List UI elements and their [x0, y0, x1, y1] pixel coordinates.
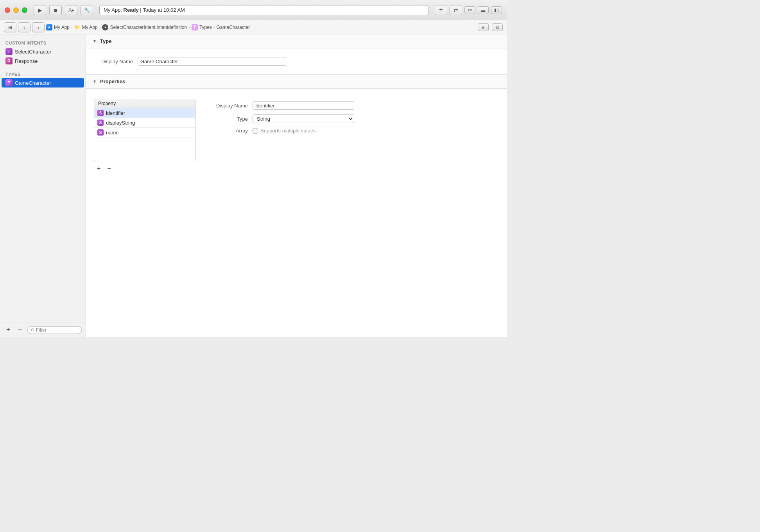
display-name-row: Display Name [86, 55, 507, 68]
breadcrumb-sep-2: › [99, 25, 101, 30]
breadcrumb-intentdefinition[interactable]: ● SelectCharacterIntent.intentdefinition [102, 24, 187, 30]
array-checkbox-label: Supports multiple values [260, 128, 316, 134]
type-section: Display Name [86, 48, 507, 75]
displaystring-badge: S [97, 120, 104, 126]
breadcrumb-myapp-2[interactable]: 📁 My App [74, 24, 98, 30]
toolbar-right: + ⇄ ▭ ▬ ▮▯ [435, 5, 502, 15]
add-property-button[interactable]: + [95, 164, 103, 173]
breadcrumb-types[interactable]: T Types [192, 24, 212, 30]
app-name-label: My App [104, 7, 120, 13]
table-actions: + − [94, 164, 195, 173]
properties-layout: Property S identifier S displayString S … [86, 95, 507, 177]
properties-section: Property S identifier S displayString S … [86, 89, 507, 183]
back-button[interactable]: ‹ [18, 22, 30, 32]
table-row-displaystring[interactable]: S displayString [94, 118, 195, 128]
table-row-name[interactable]: S name [94, 128, 195, 137]
detail-type-row: Type String [205, 112, 499, 125]
detail-type-select[interactable]: String [253, 114, 354, 123]
filter-box[interactable]: ⊙ Filter [27, 326, 82, 334]
identifier-label: identifier [106, 110, 125, 116]
sidebar-footer: + − ⊙ Filter [0, 323, 86, 337]
selectcharacter-badge: I [5, 48, 13, 55]
breadcrumb-myapp-1[interactable]: A My App [46, 24, 70, 30]
add-item-button[interactable]: + [4, 326, 13, 334]
list-view-button[interactable]: ≡ [478, 23, 489, 31]
stop-button[interactable]: ■ [49, 5, 62, 15]
sidebar: CUSTOM INTENTS I SelectCharacter R Respo… [0, 34, 86, 337]
play-button[interactable]: ▶ [34, 5, 46, 15]
status-label: Ready [124, 7, 139, 13]
sidebar-content: CUSTOM INTENTS I SelectCharacter R Respo… [0, 34, 86, 323]
name-badge: S [97, 129, 104, 136]
properties-section-header: ▼ Properties [86, 75, 507, 89]
properties-disclosure[interactable]: ▼ [92, 79, 97, 84]
separator: | [140, 7, 141, 13]
table-row-empty-2 [94, 149, 195, 161]
layout-3-button[interactable]: ▮▯ [491, 6, 502, 14]
detail-type-label: Type [205, 116, 248, 122]
type-folder-icon: T [192, 24, 198, 30]
property-table-container: Property S identifier S displayString S … [94, 99, 195, 173]
traffic-lights [5, 7, 27, 13]
sidebar-item-response[interactable]: R Response [0, 56, 86, 66]
scheme-button[interactable]: 𝔸▸ [65, 5, 77, 15]
displaystring-label: displayString [106, 120, 135, 126]
type-section-title: Type [100, 38, 111, 44]
table-header: Property [94, 99, 195, 108]
breadcrumb-gamecharacter[interactable]: GameCharacter [217, 25, 250, 30]
titlebar: ▶ ■ 𝔸▸ 🔧 My App: Ready | Today at 10:02 … [0, 0, 507, 20]
types-label: TYPES [0, 70, 86, 78]
layout-2-button[interactable]: ▬ [478, 6, 489, 14]
breadcrumb-right-tools: ≡ ⊡ [478, 23, 503, 31]
address-bar: My App: Ready | Today at 10:02 AM [99, 5, 428, 15]
display-name-label: Display Name [94, 59, 133, 64]
detail-array-row: Array Supports multiple values [205, 125, 499, 136]
instrument-button[interactable]: 🔧 [81, 5, 93, 15]
sidebar-item-selectcharacter[interactable]: I SelectCharacter [0, 47, 86, 56]
breadcrumb-intent-label: SelectCharacterIntent.intentdefinition [110, 25, 187, 30]
layout-1-button[interactable]: ▭ [464, 6, 475, 14]
response-label: Response [15, 58, 38, 64]
property-detail: Display Name Type String Array Suppor [205, 99, 499, 173]
folder-icon: 📁 [74, 24, 81, 30]
main-layout: CUSTOM INTENTS I SelectCharacter R Respo… [0, 34, 507, 337]
gamecharacter-label: GameCharacter [15, 80, 51, 86]
type-disclosure[interactable]: ▼ [92, 39, 97, 44]
detail-display-name-input[interactable] [253, 101, 354, 110]
detail-display-name-row: Display Name [205, 99, 499, 112]
close-button[interactable] [5, 7, 10, 13]
intent-icon: ● [102, 24, 108, 30]
sidebar-item-gamecharacter[interactable]: T GameCharacter [2, 78, 84, 87]
detail-array-checkbox-row: Supports multiple values [253, 128, 316, 134]
name-label: name [106, 130, 119, 136]
breadcrumb: ⊞ ‹ › A My App › 📁 My App › ● SelectChar… [0, 20, 507, 34]
array-checkbox[interactable] [253, 128, 258, 134]
breadcrumb-types-label: Types [199, 25, 212, 30]
back-forward-button[interactable]: ⇄ [450, 5, 462, 15]
response-badge: R [5, 57, 13, 64]
remove-item-button[interactable]: − [16, 326, 24, 334]
breadcrumb-gamecharacter-label: GameCharacter [217, 25, 250, 30]
display-name-input[interactable] [138, 57, 286, 66]
remove-property-button[interactable]: − [105, 164, 113, 173]
time-label: Today at 10:02 AM [143, 7, 185, 13]
table-row-identifier[interactable]: S identifier [94, 108, 195, 118]
add-tab-button[interactable]: + [435, 5, 447, 15]
breadcrumb-sep-1: › [71, 25, 73, 30]
app-icon: A [46, 24, 52, 30]
fullscreen-button[interactable] [22, 7, 27, 13]
minimize-button[interactable] [13, 7, 19, 13]
type-section-header: ▼ Type [86, 34, 507, 48]
selectcharacter-label: SelectCharacter [15, 49, 51, 55]
breadcrumb-myapp-label-1: My App [54, 25, 70, 30]
inspector-button[interactable]: ⊡ [492, 23, 503, 31]
sidebar-toggle[interactable]: ⊞ [4, 22, 16, 32]
properties-section-title: Properties [100, 79, 125, 84]
custom-intents-label: CUSTOM INTENTS [0, 38, 86, 47]
detail-array-label: Array [205, 128, 248, 134]
forward-button[interactable]: › [32, 22, 45, 32]
breadcrumb-myapp-label-2: My App [82, 25, 98, 30]
gamecharacter-badge: T [5, 79, 13, 86]
breadcrumb-sep-3: › [188, 25, 190, 30]
filter-placeholder: Filter [36, 327, 47, 333]
